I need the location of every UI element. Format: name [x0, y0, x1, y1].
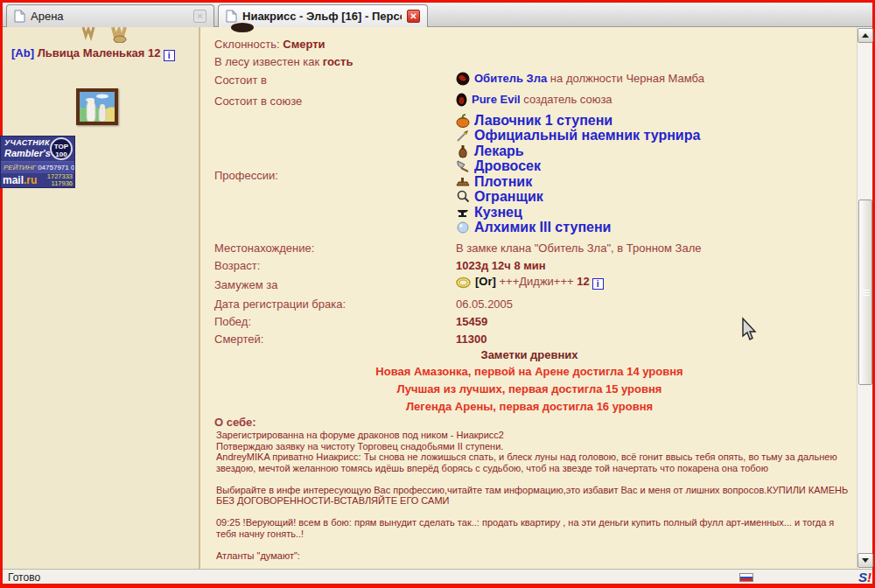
- player-photo: [76, 88, 118, 125]
- spouse-prefix: [Or]: [475, 275, 496, 288]
- about-line: 09:25 !Верующий! всем в бою: прям вынуди…: [216, 517, 850, 539]
- page-body: [Ab] Львица Маленькая 12i: [3, 27, 872, 569]
- spouse-label: Замужем за: [214, 278, 277, 291]
- about-line: [216, 539, 850, 550]
- alchemy-orb-icon: [456, 220, 470, 234]
- ancient-note: Легенда Арены, первая достигла 16 уровня: [202, 400, 857, 413]
- tab-bar: Арена ✕ Ниакрисс - Эльф [16] - Персона..…: [3, 3, 872, 27]
- si-logo[interactable]: S!: [858, 570, 872, 584]
- wood-plane-icon: [456, 175, 470, 189]
- profession-row: Дровосек: [456, 159, 700, 175]
- wins-label: Побед:: [214, 315, 251, 328]
- anvil-icon: [456, 206, 470, 220]
- wedding-ring-icon: [456, 276, 471, 289]
- alliance-emblem-icon: [456, 93, 467, 107]
- forest-row: В лесу известен как гость: [214, 55, 353, 68]
- profession-row: Плотник: [456, 174, 700, 190]
- clan-role: на должности Черная Мамба: [550, 72, 704, 85]
- cropped-icon: [231, 23, 254, 32]
- banner-top-row: УЧАСТНИК Rambler's TOP 100: [1, 136, 74, 162]
- arrow-down-icon: [862, 558, 869, 563]
- top100-icon: TOP 100: [50, 137, 73, 160]
- about-label: О себе:: [214, 416, 256, 429]
- profession-link[interactable]: Официальный наемник турнира: [474, 128, 700, 144]
- profession-row: Огранщик: [456, 190, 700, 206]
- banner-member-label: УЧАСТНИК: [4, 138, 50, 147]
- cropped-pet-image: [80, 27, 141, 43]
- potion-bottle-icon: [456, 144, 470, 158]
- marriage-value: 06.05.2005: [456, 298, 513, 311]
- dagger-icon: [456, 129, 470, 143]
- about-line: Выбирайте в инфе интересующую Вас профес…: [216, 485, 850, 507]
- browser-window: Арена ✕ Ниакрисс - Эльф [16] - Персона..…: [0, 0, 875, 588]
- ramblers-logo: Rambler's: [4, 148, 51, 158]
- scrollbar-thumb[interactable]: [858, 200, 872, 385]
- profession-row: Лавочник 1 ступени: [456, 113, 700, 129]
- player-level: 12: [148, 46, 160, 60]
- ancient-note: Лучшая из лучших, первая достигла 15 уро…: [202, 382, 857, 396]
- profession-link[interactable]: Плотник: [474, 174, 532, 190]
- professions-list: Лавочник 1 ступени Официальный наемник т…: [456, 113, 700, 235]
- alliance-row: Pure Evil создатель союза: [456, 92, 612, 108]
- profession-link[interactable]: Огранщик: [474, 189, 543, 205]
- about-line: Атланты "думают":: [216, 550, 850, 562]
- profession-link[interactable]: Алхимик III ступени: [474, 220, 611, 235]
- forest-value: гость: [323, 55, 354, 68]
- clan-link[interactable]: Обитель Зла: [474, 72, 547, 85]
- ancient-notes-title: Заметки древних: [202, 348, 857, 361]
- russian-flag-icon: [739, 573, 753, 582]
- close-icon[interactable]: ✕: [407, 10, 420, 23]
- info-icon[interactable]: i: [592, 278, 604, 290]
- thumb-grip: [863, 290, 870, 298]
- about-line: Потверждаю заявку на чистоту Торговец сн…: [216, 441, 850, 452]
- profile-content: Склонность: Смерти В лесу известен как г…: [202, 27, 857, 569]
- info-icon[interactable]: i: [164, 50, 175, 61]
- mouse-cursor: [739, 317, 759, 343]
- player-link[interactable]: [Ab] Львица Маленькая 12i: [11, 46, 175, 61]
- profession-row: Официальный наемник турнира: [456, 129, 700, 144]
- about-line: [216, 473, 850, 485]
- rating-label: РЕЙТИНГ: [4, 164, 36, 172]
- mailru-counts: 1727333 117936: [47, 173, 73, 187]
- spouse-link[interactable]: +++Диджи+++: [499, 275, 573, 288]
- page-icon: [14, 10, 25, 23]
- professions-label: Профессии:: [214, 169, 278, 182]
- spouse-row: [Or] +++Диджи+++ 12i: [456, 275, 604, 290]
- sidebar: [Ab] Львица Маленькая 12i: [3, 27, 200, 569]
- profession-link[interactable]: Лавочник 1 ступени: [474, 113, 612, 129]
- rating-value: 04757971 0: [38, 164, 74, 172]
- deaths-label: Смертей:: [214, 332, 263, 346]
- vertical-scrollbar[interactable]: [857, 27, 872, 569]
- mailru-logo: mail.ru: [3, 174, 37, 186]
- about-line: AndreyMIKA приватно Ниакрисс: Ты снова н…: [216, 452, 850, 473]
- location-label: Местонахождение:: [214, 242, 314, 255]
- alliance-link[interactable]: Pure Evil: [472, 93, 521, 106]
- age-value: 1023д 12ч 8 мин: [456, 259, 546, 272]
- profession-row: Кузнец: [456, 205, 700, 220]
- spouse-level: 12: [577, 275, 589, 288]
- tab-title: Ниакрисс - Эльф [16] - Персона...: [242, 10, 402, 23]
- ramblers-top100-banner[interactable]: УЧАСТНИК Rambler's TOP 100 РЕЙТИНГ047579…: [0, 136, 75, 188]
- tab-arena[interactable]: Арена ✕: [6, 4, 214, 27]
- about-line: [216, 507, 850, 518]
- player-prefix: [Ab]: [11, 46, 34, 60]
- alliance-label: Состоит в союзе: [214, 94, 302, 108]
- wins-value: 15459: [456, 315, 487, 328]
- inclination-value: Смерти: [283, 38, 325, 51]
- profession-row: Лекарь: [456, 144, 700, 159]
- about-text: Зарегистрированна на форуме драконов под…: [216, 430, 850, 561]
- inclination-row: Склонность: Смерти: [214, 38, 326, 51]
- scroll-down-button[interactable]: [858, 553, 873, 568]
- profession-link[interactable]: Лекарь: [474, 144, 524, 159]
- scroll-up-button[interactable]: [858, 28, 873, 43]
- player-name: Львица Маленькая: [38, 46, 145, 60]
- profession-link[interactable]: Дровосек: [474, 158, 541, 174]
- marriage-label: Дата регистрации брака:: [214, 298, 346, 311]
- deaths-value: 11300: [456, 332, 486, 346]
- profession-link[interactable]: Кузнец: [474, 205, 522, 220]
- location-value: В замке клана "Обитель Зла", в Тронном З…: [456, 242, 702, 255]
- close-icon[interactable]: ✕: [193, 10, 206, 23]
- status-bar: Готово S!: [3, 569, 872, 584]
- status-text: Готово: [8, 571, 40, 584]
- clan-emblem-icon: [456, 72, 470, 86]
